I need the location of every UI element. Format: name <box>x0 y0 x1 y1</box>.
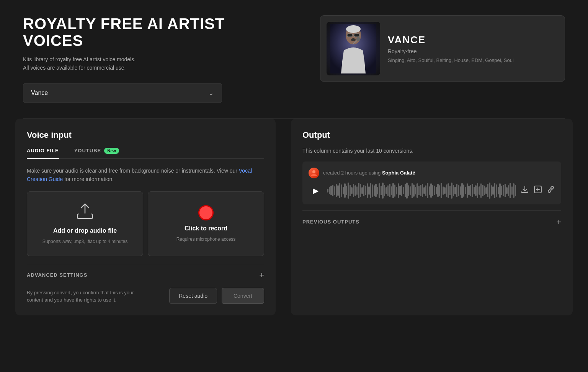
footer-disclaimer: By pressing convert, you confirm that th… <box>27 289 142 304</box>
plus-icon: + <box>259 270 264 280</box>
svg-point-9 <box>312 170 315 173</box>
upload-subtitle: Supports .wav, .mp3, .flac up to 4 minut… <box>42 239 128 244</box>
upload-title: Add or drop audio file <box>53 227 117 234</box>
waveform: (function() { const heights = [10,18,25,… <box>327 183 516 198</box>
page-title: ROYALTY FREE AI ARTIST VOICES <box>23 15 268 49</box>
convert-button[interactable]: Convert <box>222 288 264 304</box>
chevron-down-icon: ⌄ <box>208 89 214 97</box>
svg-rect-4 <box>354 34 359 37</box>
svg-point-8 <box>351 38 356 41</box>
svg-rect-3 <box>347 34 353 37</box>
output-title: Output <box>302 130 561 140</box>
svg-point-7 <box>356 37 360 41</box>
panels-wrapper: Voice input AUDIO FILE YOUTUBE New Make … <box>0 119 588 315</box>
reset-audio-button[interactable]: Reset audio <box>169 288 217 304</box>
waveform-row: ▶ (function() { const heights = [10,18,2… <box>309 183 555 198</box>
tab-audio-file[interactable]: AUDIO FILE <box>27 148 59 158</box>
copy-link-button[interactable] <box>547 185 555 196</box>
voice-input-panel: Voice input AUDIO FILE YOUTUBE New Make … <box>15 119 276 315</box>
artist-card: VANCE Royalty-free Singing, Alto, Soulfu… <box>320 15 565 82</box>
previous-outputs[interactable]: PREVIOUS OUTPUTS + <box>302 210 561 227</box>
footer-actions: By pressing convert, you confirm that th… <box>27 288 264 304</box>
voice-input-title: Voice input <box>27 130 264 140</box>
expand-prev-outputs-icon: + <box>556 217 561 227</box>
download-button[interactable] <box>521 185 529 196</box>
voice-input-description: Make sure your audio is clear and free f… <box>27 166 264 184</box>
footer-buttons: Reset audio Convert <box>169 288 264 304</box>
output-meta-text: created 2 hours ago using Sophia Galaté <box>323 170 415 176</box>
record-box[interactable]: Click to record Requires microphone acce… <box>148 191 264 256</box>
record-subtitle: Requires microphone access <box>176 237 236 242</box>
output-meta: created 2 hours ago using Sophia Galaté <box>309 168 555 178</box>
svg-point-2 <box>346 25 361 33</box>
tab-youtube[interactable]: YOUTUBE New <box>74 148 119 158</box>
output-description: This column contains your last 10 conver… <box>302 148 561 154</box>
record-icon <box>198 205 214 220</box>
play-button[interactable]: ▶ <box>309 184 322 197</box>
artist-tags: Singing, Alto, Soulful, Belting, House, … <box>388 57 559 63</box>
previous-outputs-label: PREVIOUS OUTPUTS <box>302 219 359 225</box>
output-actions <box>521 185 555 196</box>
input-tabs: AUDIO FILE YOUTUBE New <box>27 148 264 159</box>
upload-file-box[interactable]: Add or drop audio file Supports .wav, .m… <box>27 191 143 256</box>
artist-portrait <box>330 24 376 73</box>
avatar <box>309 168 319 178</box>
upload-area: Add or drop audio file Supports .wav, .m… <box>27 191 264 256</box>
output-panel: Output This column contains your last 10… <box>291 119 573 315</box>
dropdown-value: Vance <box>31 90 48 96</box>
artist-name: VANCE <box>388 34 559 46</box>
record-title: Click to record <box>185 225 227 232</box>
artist-dropdown[interactable]: Vance ⌄ <box>23 83 222 103</box>
artist-image <box>327 22 380 75</box>
artist-info: VANCE Royalty-free Singing, Alto, Soulfu… <box>388 34 559 63</box>
advanced-settings[interactable]: ADVANCED SETTINGS + <box>27 264 264 280</box>
top-section: ROYALTY FREE AI ARTIST VOICES Kits libra… <box>0 0 588 118</box>
new-badge: New <box>104 148 119 154</box>
advanced-settings-label: ADVANCED SETTINGS <box>27 272 87 278</box>
hero-left: ROYALTY FREE AI ARTIST VOICES Kits libra… <box>23 15 268 103</box>
artist-license: Royalty-free <box>388 48 559 54</box>
add-to-playlist-button[interactable] <box>534 185 542 196</box>
hero-subtitle: Kits library of royalty free AI artist v… <box>23 55 268 72</box>
output-item: created 2 hours ago using Sophia Galaté … <box>302 162 561 204</box>
upload-icon <box>76 203 94 223</box>
